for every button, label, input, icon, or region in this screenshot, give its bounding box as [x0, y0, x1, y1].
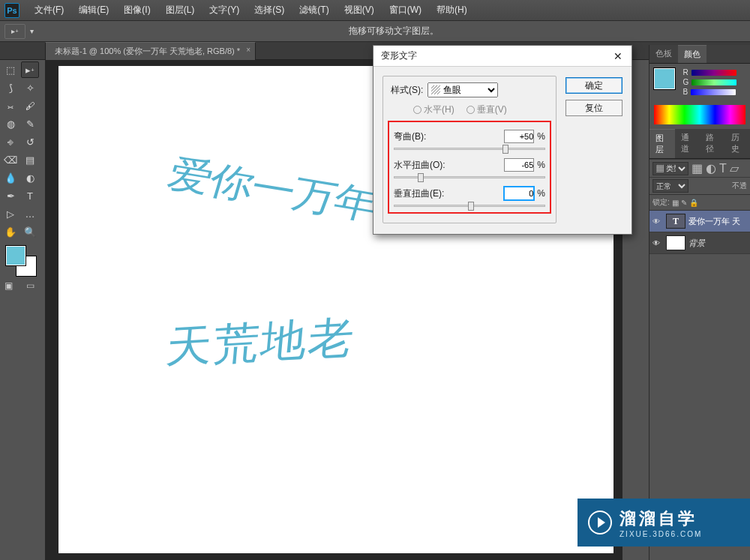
- menu-image[interactable]: 图像(I): [116, 4, 158, 16]
- layer-thumb-background: [666, 235, 686, 250]
- color-panel-tabs: 色板 颜色: [650, 45, 750, 64]
- document-tab-close-icon[interactable]: ×: [246, 46, 250, 54]
- pen-tool-icon[interactable]: ✒: [2, 187, 20, 204]
- label-b: B: [682, 88, 688, 96]
- vdist-label: 垂直扭曲(E):: [394, 187, 444, 200]
- zoom-tool-icon[interactable]: 🔍: [21, 223, 39, 240]
- layer-item-background[interactable]: 👁 背景: [650, 232, 750, 254]
- right-panel-stack: 色板 颜色 R G B 图层 通道 路径 历史 ▦ 类型 ▦ ◐ T ▱ 正常 …: [649, 45, 750, 560]
- dialog-titlebar[interactable]: 变形文字 ✕: [374, 46, 632, 67]
- shape-tool-icon[interactable]: …: [21, 205, 39, 222]
- hdist-input[interactable]: [504, 158, 534, 172]
- label-r: R: [682, 68, 688, 76]
- radio-vertical-label: 垂直(V): [477, 104, 507, 115]
- filter-icon-shape[interactable]: ▱: [730, 161, 739, 175]
- color-swatch-area[interactable]: [4, 244, 38, 274]
- menu-file[interactable]: 文件(F): [27, 4, 71, 16]
- style-label: 样式(S):: [391, 84, 423, 97]
- eraser-tool-icon[interactable]: ⌫: [2, 151, 20, 168]
- menu-filter[interactable]: 滤镜(T): [292, 4, 336, 16]
- options-hint: 拖移可移动文字图层。: [38, 25, 750, 37]
- move-tool-icon[interactable]: ▸+: [21, 61, 39, 78]
- menu-view[interactable]: 视图(V): [337, 4, 382, 16]
- slider-r[interactable]: [692, 70, 736, 76]
- foreground-color-swatch[interactable]: [6, 246, 26, 265]
- magic-wand-tool-icon[interactable]: ✧: [21, 79, 39, 96]
- hdist-slider[interactable]: [394, 173, 545, 182]
- menu-edit[interactable]: 编辑(E): [71, 4, 116, 16]
- vdist-slider[interactable]: [394, 202, 545, 211]
- visibility-icon[interactable]: 👁: [652, 239, 663, 247]
- screen-mode-icon[interactable]: ▭: [26, 280, 34, 291]
- dodge-tool-icon[interactable]: ◐: [21, 169, 39, 186]
- tab-color[interactable]: 颜色: [678, 45, 706, 63]
- radio-horizontal[interactable]: [413, 106, 422, 114]
- warp-options-group: 样式(S): ▨ 鱼眼 水平(H) 垂直(V) 弯曲(B): % 水平扭曲(O)…: [382, 76, 556, 223]
- spectrum-bar[interactable]: [654, 105, 746, 124]
- lock-all-icon[interactable]: 🔒: [689, 199, 698, 207]
- watermark-title: 溜溜自学: [620, 508, 702, 530]
- path-select-tool-icon[interactable]: ▷: [2, 205, 20, 222]
- play-icon: [588, 511, 612, 535]
- lock-pixels-icon[interactable]: ▦: [672, 199, 679, 207]
- vdist-input[interactable]: [504, 187, 534, 200]
- watermark-banner: 溜溜自学 ZIXUE.3D66.COM: [578, 499, 750, 547]
- dialog-close-icon[interactable]: ✕: [609, 49, 627, 64]
- tab-layers[interactable]: 图层: [650, 129, 675, 158]
- gradient-tool-icon[interactable]: ▤: [21, 151, 39, 168]
- ok-button[interactable]: 确定: [566, 77, 622, 94]
- move-tool-indicator[interactable]: ▸+: [4, 24, 26, 39]
- lock-position-icon[interactable]: ✎: [681, 199, 687, 207]
- slider-g[interactable]: [692, 79, 736, 85]
- highlighted-region: 弯曲(B): % 水平扭曲(O): % 垂直扭曲(E): %: [388, 121, 551, 214]
- clone-stamp-tool-icon[interactable]: ⎆: [2, 133, 20, 150]
- radio-vertical[interactable]: [466, 106, 475, 114]
- watermark-url: ZIXUE.3D66.COM: [620, 530, 702, 538]
- filter-icon-type[interactable]: T: [719, 162, 727, 175]
- quick-mask-icon[interactable]: ▣: [4, 280, 13, 291]
- bend-input[interactable]: [504, 130, 534, 143]
- blend-mode-select[interactable]: 正常: [652, 179, 688, 193]
- layer-item-text[interactable]: 👁 T 爱你一万年 天: [650, 211, 750, 232]
- options-dropdown-icon[interactable]: ▾: [27, 24, 36, 39]
- tool-panel: ⬚ ▸+ ⟆ ✧ ⟗ 🖋 ◍ ✎ ⎆ ↺ ⌫ ▤ 💧 ◐ ✒ T ▷ … ✋ 🔍…: [0, 60, 42, 294]
- blur-tool-icon[interactable]: 💧: [2, 169, 20, 186]
- menu-window[interactable]: 窗口(W): [382, 4, 429, 16]
- lasso-tool-icon[interactable]: ⟆: [2, 79, 20, 96]
- menu-layer[interactable]: 图层(L): [158, 4, 202, 16]
- eyedropper-tool-icon[interactable]: 🖋: [21, 97, 39, 114]
- bend-slider[interactable]: [394, 145, 545, 154]
- reset-button[interactable]: 复位: [566, 100, 622, 116]
- tab-channels[interactable]: 通道: [675, 129, 700, 158]
- type-tool-icon[interactable]: T: [21, 187, 39, 204]
- bend-label: 弯曲(B):: [394, 130, 426, 143]
- healing-brush-tool-icon[interactable]: ◍: [2, 115, 20, 132]
- tab-paths[interactable]: 路径: [700, 129, 725, 158]
- brush-tool-icon[interactable]: ✎: [21, 115, 39, 132]
- lock-label: 锁定:: [652, 197, 670, 208]
- tab-history[interactable]: 历史: [725, 129, 751, 158]
- filter-icon-pixel[interactable]: ▦: [692, 161, 703, 175]
- layer-panel-tabs: 图层 通道 路径 历史: [650, 129, 750, 159]
- menu-type[interactable]: 文字(Y): [202, 4, 247, 16]
- menu-select[interactable]: 选择(S): [247, 4, 292, 16]
- document-tab[interactable]: 未标题-1 @ 100% (爱你一万年 天荒地老, RGB/8) * ×: [45, 42, 256, 60]
- style-select[interactable]: ▨ 鱼眼: [428, 82, 498, 97]
- filter-icon-adjust[interactable]: ◐: [706, 161, 716, 175]
- warped-text-line-1[interactable]: 爱你一万年: [162, 148, 383, 232]
- warp-text-dialog: 变形文字 ✕ 样式(S): ▨ 鱼眼 水平(H) 垂直(V) 弯曲(B): % …: [373, 45, 632, 235]
- history-brush-tool-icon[interactable]: ↺: [21, 133, 39, 150]
- color-panel-swatch[interactable]: [654, 68, 675, 89]
- marquee-tool-icon[interactable]: ⬚: [2, 61, 20, 78]
- crop-tool-icon[interactable]: ⟗: [2, 97, 20, 114]
- pct-label: %: [537, 160, 545, 170]
- document-tab-title: 未标题-1 @ 100% (爱你一万年 天荒地老, RGB/8) *: [55, 46, 240, 55]
- visibility-icon[interactable]: 👁: [652, 217, 663, 225]
- menu-help[interactable]: 帮助(H): [429, 4, 475, 16]
- hand-tool-icon[interactable]: ✋: [2, 223, 20, 240]
- dialog-title: 变形文字: [381, 49, 417, 62]
- slider-b[interactable]: [691, 89, 736, 95]
- warped-text-line-2[interactable]: 天荒地老: [164, 308, 358, 378]
- tab-swatches[interactable]: 色板: [650, 45, 678, 63]
- layer-kind-filter[interactable]: ▦ 类型: [652, 162, 688, 175]
